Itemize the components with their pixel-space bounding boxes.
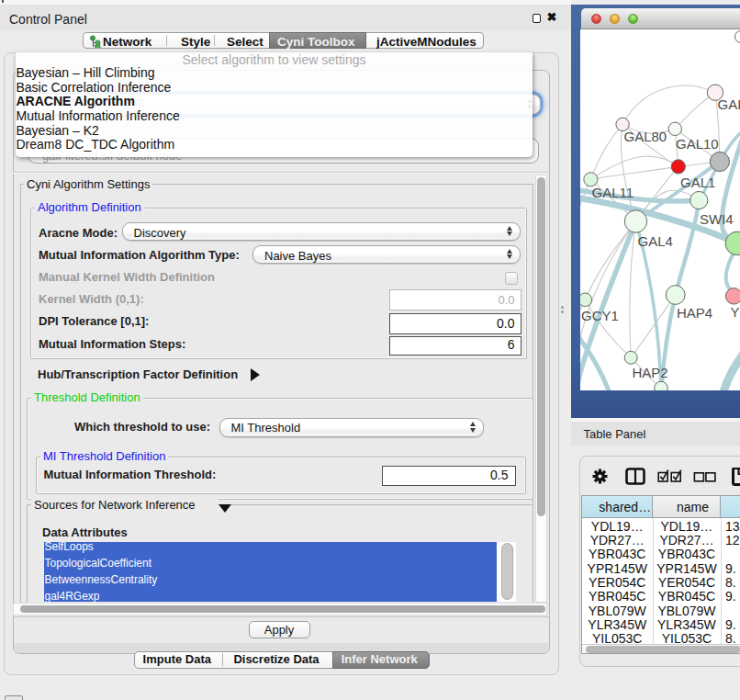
svg-text:SWI4: SWI4 (700, 211, 734, 227)
svg-text:HAP2: HAP2 (632, 364, 667, 379)
svg-text:GAL4: GAL4 (637, 232, 672, 248)
svg-text:GCY1: GCY1 (581, 308, 619, 323)
svg-text:GAL1: GAL1 (680, 175, 715, 190)
svg-text:GAL80: GAL80 (623, 128, 667, 143)
svg-text:GAL2: GAL2 (717, 96, 740, 111)
svg-text:HAP4: HAP4 (677, 304, 712, 320)
svg-text:YM: YM (730, 303, 740, 319)
svg-text:GAL11: GAL11 (591, 184, 633, 199)
svg-text:GAL10: GAL10 (676, 136, 719, 152)
